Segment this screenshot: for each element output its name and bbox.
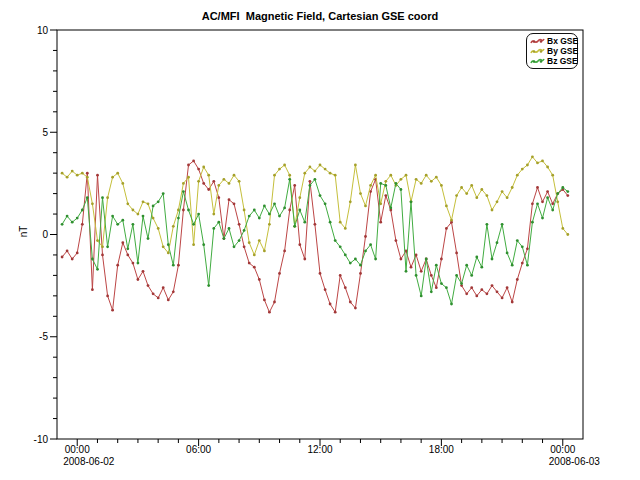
series-marker-bz [541, 217, 544, 220]
series-marker-by [278, 168, 281, 171]
series-marker-by [116, 172, 119, 175]
series-marker-bz [238, 239, 241, 242]
series-marker-by [561, 227, 564, 230]
series-marker-bz [395, 182, 398, 185]
series-marker-bx [61, 256, 64, 259]
series-marker-bx [273, 301, 276, 304]
series-marker-bz [324, 202, 327, 205]
series-marker-bz [435, 264, 438, 267]
series-marker-bz [440, 282, 443, 285]
series-marker-bx [470, 286, 473, 289]
series-marker-bz [223, 237, 226, 240]
series-marker-bz [298, 209, 301, 212]
series-marker-bx [486, 292, 489, 295]
series-marker-by [435, 176, 438, 179]
series-marker-bz [389, 207, 392, 210]
plot-window: AC/MFI Magnetic Field, Cartesian GSE coo… [0, 0, 640, 480]
series-marker-by [440, 184, 443, 187]
series-marker-bz [71, 221, 74, 224]
series-marker-by [536, 162, 539, 165]
series-marker-bx [359, 272, 362, 275]
series-marker-bx [496, 290, 499, 293]
series-marker-bz [374, 258, 377, 261]
series-marker-bz [121, 219, 124, 222]
series-marker-bz [329, 221, 332, 224]
series-marker-by [349, 200, 352, 203]
series-marker-by [238, 180, 241, 183]
series-marker-bz [106, 245, 109, 248]
series-marker-by [465, 192, 468, 195]
series-marker-bz [96, 268, 99, 271]
series-marker-by [273, 174, 276, 177]
series-marker-bx [521, 262, 524, 265]
series-marker-bx [238, 223, 241, 226]
series-marker-bx [86, 172, 89, 175]
series-marker-bz [177, 217, 180, 220]
series-marker-bz [470, 274, 473, 277]
series-marker-bx [420, 270, 423, 273]
series-marker-bx [243, 245, 246, 248]
series-marker-bx [253, 266, 256, 269]
series-marker-by [167, 252, 170, 255]
series-marker-by [248, 241, 251, 244]
series-marker-bz [334, 239, 337, 242]
series-marker-bz [561, 186, 564, 189]
series-marker-by [202, 166, 205, 169]
series-marker-bz [475, 256, 478, 259]
series-marker-by [445, 205, 448, 208]
series-marker-bx [288, 209, 291, 212]
series-marker-bx [268, 311, 271, 314]
series-marker-by [314, 170, 317, 173]
x-tick-date-label: 2008-06-02 [63, 456, 115, 467]
series-marker-bz [172, 264, 175, 267]
series-marker-by [501, 190, 504, 193]
series-marker-bz [496, 241, 499, 244]
series-marker-bz [248, 215, 251, 218]
series-marker-bx [217, 196, 220, 199]
series-marker-bz [273, 202, 276, 205]
series-marker-bz [207, 284, 210, 287]
series-marker-by [521, 168, 524, 171]
y-tick-label: -10 [34, 434, 49, 445]
series-marker-bx [536, 186, 539, 189]
series-marker-by [96, 239, 99, 242]
series-marker-by [496, 200, 499, 203]
series-marker-by [283, 164, 286, 167]
series-marker-bx [101, 254, 104, 257]
series-marker-by [415, 178, 418, 181]
series-marker-bz [410, 200, 413, 203]
series-marker-bz [480, 266, 483, 269]
series-marker-bx [278, 272, 281, 275]
series-marker-bz [86, 196, 89, 199]
series-marker-by [233, 174, 236, 177]
series-marker-bx [364, 235, 367, 238]
series-marker-by [420, 182, 423, 185]
legend-label-bx: Bx GSE [547, 36, 578, 46]
series-marker-bx [283, 250, 286, 253]
series-marker-by [430, 180, 433, 183]
series-marker-by [309, 166, 312, 169]
series-marker-bx [384, 194, 387, 197]
legend-entry-bx: Bx GSE [530, 36, 574, 46]
series-marker-bz [142, 215, 145, 218]
series-marker-bz [81, 209, 84, 212]
legend: Bx GSE By GSE Bz GSE [526, 33, 578, 69]
series-marker-by [288, 174, 291, 177]
series-marker-bx [329, 303, 332, 306]
series-marker-bz [430, 290, 433, 293]
series-marker-bx [197, 168, 200, 171]
series-marker-bz [531, 221, 534, 224]
legend-entry-by: By GSE [530, 46, 574, 56]
series-marker-bz [511, 264, 514, 267]
series-marker-bx [475, 295, 478, 298]
series-marker-bz [278, 215, 281, 218]
series-marker-by [546, 166, 549, 169]
series-marker-bx [258, 278, 261, 281]
series-marker-bx [410, 266, 413, 269]
series-marker-bx [445, 227, 448, 230]
series-marker-bx [506, 286, 509, 289]
series-marker-by [106, 196, 109, 199]
series-marker-bz [147, 237, 150, 240]
series-marker-by [207, 174, 210, 177]
series-marker-bz [314, 178, 317, 181]
